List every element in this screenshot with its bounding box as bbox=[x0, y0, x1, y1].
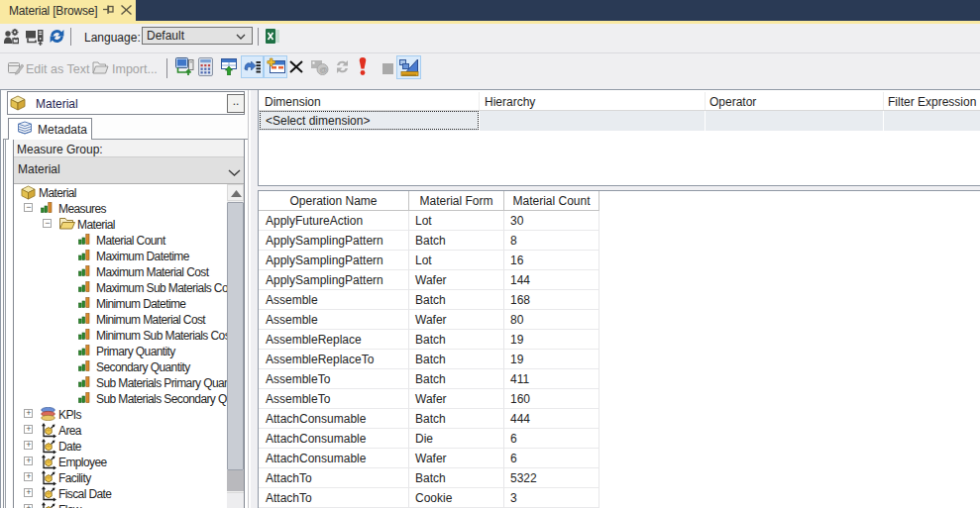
svg-text:@: @ bbox=[319, 65, 327, 74]
